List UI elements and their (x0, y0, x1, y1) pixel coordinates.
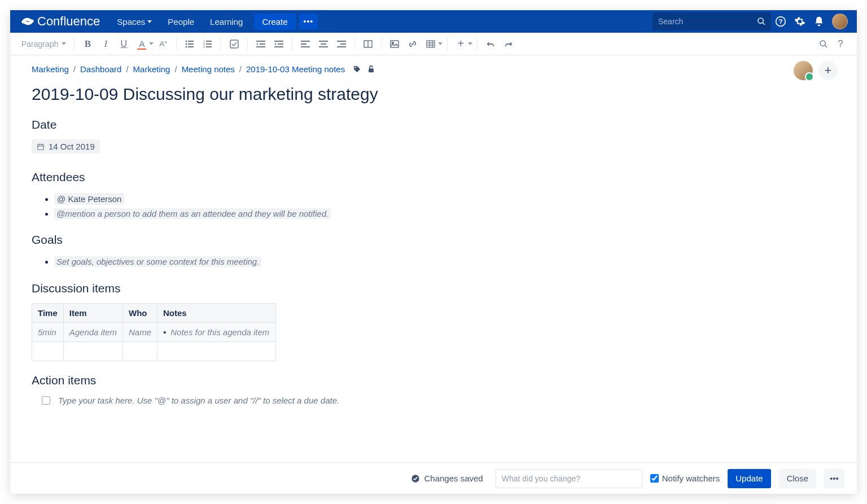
create-button[interactable]: Create (254, 14, 295, 30)
task-list-button[interactable] (226, 36, 243, 52)
goals-heading: Goals (32, 233, 835, 247)
table-row[interactable] (32, 341, 276, 361)
app-name: Confluence (37, 14, 100, 29)
bold-button[interactable]: B (79, 36, 96, 52)
version-comment-input[interactable] (496, 469, 642, 488)
action-item-row[interactable]: Type your task here. Use "@" to assign a… (32, 395, 835, 406)
bullet-list-button[interactable] (181, 36, 198, 52)
breadcrumb-link[interactable]: Marketing (133, 64, 170, 74)
task-checkbox[interactable] (42, 396, 50, 405)
mention-chip[interactable]: @ Kate Peterson (54, 193, 124, 205)
goals-list[interactable]: Set goals, objectives or some context fo… (32, 255, 835, 269)
cell-time[interactable]: 5min (32, 322, 64, 341)
italic-button[interactable]: I (97, 36, 114, 52)
find-button[interactable] (815, 36, 832, 52)
attendees-list[interactable]: @ Kate Peterson @mention a person to add… (32, 192, 835, 221)
table-button[interactable] (422, 36, 439, 52)
link-button[interactable] (404, 36, 421, 52)
svg-rect-5 (188, 41, 194, 42)
breadcrumb-link[interactable]: Meeting notes (182, 64, 235, 74)
breadcrumb-link[interactable]: 2019-10-03 Meeting notes (246, 64, 345, 74)
chevron-down-icon[interactable] (438, 42, 443, 45)
indent-button[interactable] (270, 36, 287, 52)
cell-item[interactable]: Agenda item (63, 322, 122, 341)
notifications-icon[interactable] (809, 12, 829, 31)
settings-icon[interactable] (790, 12, 809, 31)
cell-who[interactable]: Name (122, 322, 157, 341)
date-value: 14 Oct 2019 (49, 142, 95, 151)
save-status-text: Changes saved (424, 474, 483, 483)
label-icon[interactable] (353, 65, 361, 73)
nav-spaces[interactable]: Spaces (110, 14, 159, 30)
svg-rect-45 (38, 144, 44, 149)
text-color-button[interactable]: A (133, 36, 150, 52)
user-avatar[interactable] (832, 14, 848, 29)
nav-people[interactable]: People (161, 14, 201, 30)
table-row[interactable]: 5min Agenda item Name •Notes for this ag… (32, 322, 276, 341)
top-nav-bar: Confluence Spaces People Learning Create… (10, 10, 857, 33)
search-bar[interactable] (653, 12, 771, 30)
svg-line-42 (825, 45, 827, 47)
svg-rect-13 (206, 43, 212, 45)
date-chip[interactable]: 14 Oct 2019 (32, 139, 100, 154)
discussion-table[interactable]: Time Item Who Notes 5min Agenda item Nam… (32, 303, 276, 361)
close-button[interactable]: Close (779, 469, 816, 488)
action-items-heading: Action items (32, 374, 835, 387)
help-icon[interactable]: ? (771, 12, 790, 31)
svg-rect-31 (337, 46, 346, 47)
empty-cell[interactable] (122, 341, 157, 361)
empty-cell[interactable] (157, 341, 276, 361)
svg-text:?: ? (778, 17, 782, 25)
chevron-down-icon[interactable] (468, 42, 472, 45)
svg-rect-20 (274, 41, 283, 42)
svg-rect-22 (274, 46, 283, 47)
svg-point-0 (758, 18, 763, 23)
invite-button[interactable]: + (818, 61, 838, 80)
svg-rect-16 (230, 40, 238, 48)
svg-rect-28 (319, 46, 328, 47)
redo-button[interactable] (500, 36, 517, 52)
insert-more-button[interactable]: + (452, 36, 469, 52)
underline-button[interactable]: U (115, 36, 132, 52)
notify-checkbox[interactable] (650, 474, 659, 483)
more-menu-button[interactable]: ••• (299, 14, 318, 29)
search-input[interactable] (658, 17, 757, 26)
align-left-button[interactable] (297, 36, 314, 52)
clear-formatting-button[interactable]: A° (155, 36, 172, 52)
align-right-button[interactable] (333, 36, 350, 52)
align-center-button[interactable] (315, 36, 332, 52)
svg-line-1 (763, 23, 765, 25)
paragraph-style-select[interactable]: Paragraph (18, 37, 69, 51)
svg-rect-21 (278, 43, 283, 45)
update-button[interactable]: Update (728, 469, 770, 488)
restrictions-icon[interactable] (367, 65, 375, 73)
svg-rect-15 (206, 46, 212, 47)
editor-avatar[interactable] (794, 61, 813, 80)
undo-button[interactable] (482, 36, 499, 52)
notify-watchers[interactable]: Notify watchers (650, 474, 720, 483)
more-actions-button[interactable]: ••• (824, 469, 844, 488)
cell-notes[interactable]: •Notes for this agenda item (157, 322, 276, 341)
outdent-button[interactable] (252, 36, 269, 52)
empty-cell[interactable] (32, 341, 64, 361)
chevron-down-icon (147, 20, 152, 23)
nav-spaces-label: Spaces (117, 17, 145, 27)
svg-point-8 (186, 46, 187, 47)
svg-rect-9 (188, 46, 194, 47)
nav-learning[interactable]: Learning (203, 14, 249, 30)
page-title[interactable]: 2019-10-09 Discussing our marketing stra… (32, 84, 835, 104)
breadcrumb-link[interactable]: Marketing (32, 64, 69, 74)
layout-button[interactable] (360, 36, 376, 52)
notify-label: Notify watchers (662, 474, 720, 483)
image-button[interactable] (386, 36, 403, 52)
save-status: Changes saved (411, 474, 483, 483)
svg-rect-23 (301, 41, 310, 42)
breadcrumb-link[interactable]: Dashboard (80, 64, 121, 74)
editor-help-button[interactable]: ? (832, 36, 849, 52)
svg-rect-11 (206, 41, 212, 42)
search-icon (757, 17, 766, 26)
numbered-list-button[interactable]: 123 (199, 36, 216, 52)
confluence-icon (21, 15, 34, 28)
confluence-logo[interactable]: Confluence (21, 14, 100, 29)
empty-cell[interactable] (63, 341, 122, 361)
